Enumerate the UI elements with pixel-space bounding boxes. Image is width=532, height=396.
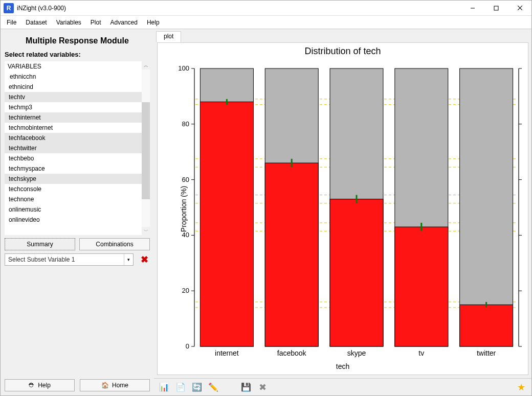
- svg-text:60: 60: [182, 176, 189, 183]
- select-variables-label: Select related variables:: [5, 51, 150, 58]
- refresh-icon[interactable]: 🔄: [192, 382, 202, 392]
- svg-text:20: 20: [182, 287, 189, 294]
- module-title: Multiple Response Module: [5, 33, 150, 48]
- new-page-icon[interactable]: 📄: [175, 382, 186, 392]
- scroll-up-icon[interactable]: ︿: [142, 61, 150, 69]
- variable-item[interactable]: techtv: [5, 92, 142, 102]
- svg-text:twitter: twitter: [477, 349, 496, 357]
- help-button[interactable]: ⛑ Help: [5, 379, 75, 391]
- bottom-buttons: ⛑ Help 🏠 Home: [5, 379, 150, 391]
- svg-text:tv: tv: [418, 349, 424, 357]
- svg-rect-1: [494, 6, 498, 10]
- svg-text:40: 40: [182, 231, 189, 239]
- variable-item[interactable]: techmp3: [5, 102, 142, 112]
- svg-rect-51: [460, 305, 513, 346]
- variables-header: VARIABLES: [5, 61, 142, 72]
- close-button[interactable]: [508, 1, 531, 16]
- scroll-down-icon[interactable]: ﹀: [142, 227, 150, 235]
- chevron-down-icon[interactable]: ▾: [124, 254, 133, 265]
- menu-plot[interactable]: Plot: [86, 17, 105, 28]
- window-controls: [461, 1, 531, 16]
- app-body: Multiple Response Module Select related …: [1, 29, 531, 395]
- summary-button[interactable]: Summary: [5, 238, 75, 250]
- home-button-label: Home: [112, 382, 128, 389]
- svg-rect-39: [265, 163, 318, 346]
- clear-subset-icon[interactable]: ✖: [139, 254, 150, 265]
- variable-item[interactable]: techmobinternet: [5, 123, 142, 133]
- edit-icon[interactable]: ✏️: [208, 382, 218, 392]
- combinations-button[interactable]: Combinations: [79, 238, 150, 250]
- variable-item[interactable]: techconsole: [5, 184, 142, 194]
- help-button-label: Help: [38, 382, 51, 389]
- variable-item[interactable]: techtwitter: [5, 143, 142, 153]
- variable-item[interactable]: ethnicind: [5, 82, 142, 92]
- variable-item[interactable]: techbebo: [5, 153, 142, 164]
- plot-area: plot Distribution of tech Proportion (%)…: [154, 29, 531, 395]
- svg-text:facebook: facebook: [277, 349, 307, 357]
- tab-plot[interactable]: plot: [156, 31, 181, 42]
- lifebuoy-icon: ⛑: [29, 382, 35, 389]
- home-button[interactable]: 🏠 Home: [80, 379, 150, 391]
- menu-advanced[interactable]: Advanced: [106, 17, 142, 28]
- svg-text:internet: internet: [215, 349, 239, 357]
- variable-item[interactable]: ethnicchn: [5, 72, 142, 82]
- home-icon: 🏠: [101, 382, 109, 389]
- menu-help[interactable]: Help: [143, 17, 164, 28]
- maximize-button[interactable]: [484, 1, 508, 16]
- menu-variables[interactable]: Variables: [52, 17, 85, 28]
- svg-rect-43: [330, 199, 383, 346]
- svg-text:80: 80: [182, 120, 189, 128]
- minimize-button[interactable]: [461, 1, 484, 16]
- subset-row: Select Subset Variable 1 ▾ ✖: [5, 253, 150, 266]
- variables-listbox[interactable]: VARIABLESethnicchnethnicindtechtvtechmp3…: [5, 61, 150, 235]
- app-window: R iNZight (v3.0-900) File Dataset Variab…: [0, 0, 532, 396]
- app-icon: R: [4, 3, 14, 13]
- scroll-thumb[interactable]: [142, 102, 150, 199]
- variable-item[interactable]: onlinemusic: [5, 204, 142, 215]
- variable-item[interactable]: techinternet: [5, 112, 142, 123]
- variable-item[interactable]: onlinevideo: [5, 215, 142, 225]
- variable-item[interactable]: techfacebook: [5, 133, 142, 143]
- titlebar: R iNZight (v3.0-900): [1, 1, 531, 16]
- svg-rect-35: [200, 102, 253, 346]
- svg-text:0: 0: [186, 342, 189, 350]
- menu-file[interactable]: File: [3, 17, 20, 28]
- chart-settings-icon[interactable]: 📊: [159, 382, 169, 392]
- subset-variable-text: Select Subset Variable 1: [5, 256, 124, 263]
- svg-rect-47: [395, 227, 448, 346]
- menu-dataset[interactable]: Dataset: [21, 17, 51, 28]
- subset-variable-select[interactable]: Select Subset Variable 1 ▾: [5, 253, 134, 266]
- variable-item[interactable]: technone: [5, 194, 142, 204]
- save-icon[interactable]: 💾: [241, 382, 251, 392]
- svg-text:skype: skype: [347, 349, 366, 357]
- action-row: Summary Combinations: [5, 238, 150, 250]
- star-icon[interactable]: ★: [516, 382, 526, 392]
- plot-canvas: Distribution of tech Proportion (%) tech…: [157, 42, 528, 375]
- left-panel: Multiple Response Module Select related …: [1, 29, 154, 395]
- variable-item[interactable]: techmyspace: [5, 164, 142, 174]
- plot-toolbar: 📊 📄 🔄 ✏️ 💾 ✖ ★: [154, 378, 531, 395]
- plot-tabstrip: plot: [154, 31, 531, 42]
- variable-item[interactable]: techskype: [5, 174, 142, 184]
- chart-svg: 020406080100internetfacebookskypetvtwitt…: [158, 43, 528, 375]
- menubar: File Dataset Variables Plot Advanced Hel…: [1, 16, 531, 29]
- window-title: iNZight (v3.0-900): [17, 5, 461, 12]
- delete-icon[interactable]: ✖: [257, 382, 268, 392]
- svg-text:100: 100: [178, 64, 189, 72]
